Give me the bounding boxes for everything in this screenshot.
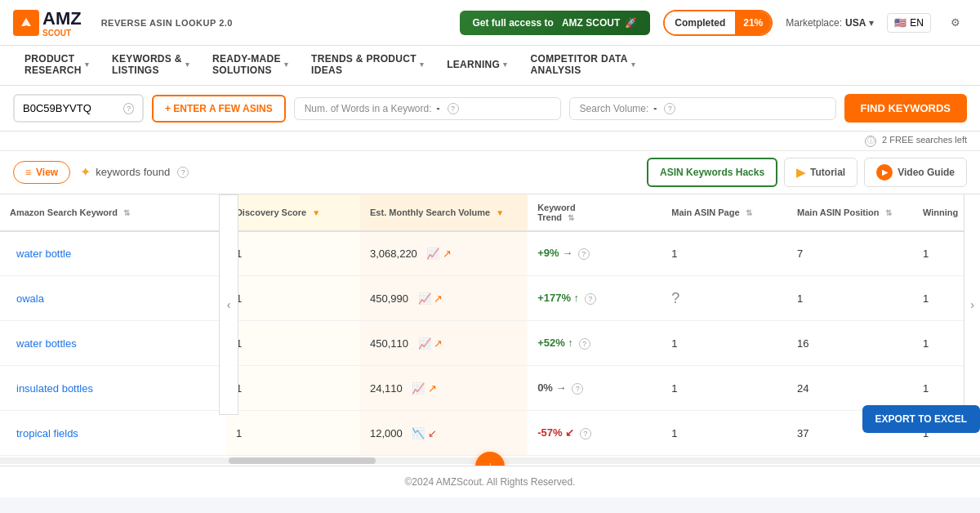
words-filter-label: Num. of Words in a Keyword: bbox=[305, 103, 432, 114]
logo-scout: SCOUT bbox=[42, 29, 82, 38]
flag-icon: 🇺🇸 bbox=[894, 17, 906, 29]
search-vol-cell: 12,000 📉 ↙ bbox=[360, 411, 528, 456]
trend-info-icon[interactable]: ? bbox=[585, 293, 596, 305]
get-access-button[interactable]: Get full access to AMZ SCOUT 🚀 bbox=[460, 11, 651, 35]
language-button[interactable]: 🇺🇸 EN bbox=[887, 13, 931, 33]
discovery-cell: 1 bbox=[226, 276, 360, 321]
asin-input[interactable] bbox=[23, 102, 121, 114]
nav-keywords-listings[interactable]: KEYWORDS &LISTINGS ▾ bbox=[100, 46, 201, 85]
words-filter-info[interactable]: ? bbox=[448, 103, 459, 114]
logo: AMZ SCOUT bbox=[13, 8, 82, 38]
chevron-down-icon: ▾ bbox=[503, 60, 507, 69]
enter-asins-button[interactable]: + ENTER A FEW ASINS bbox=[152, 95, 286, 123]
keyword-link[interactable]: water bottle bbox=[16, 248, 71, 260]
settings-icon[interactable]: ⚙ bbox=[944, 11, 967, 34]
asin-page-cell: 1 bbox=[662, 366, 787, 411]
search-vol-cell: 450,110 📈 ↗ bbox=[360, 321, 528, 366]
export-to-excel-button[interactable]: EXPORT TO EXCEL bbox=[862, 405, 980, 433]
view-button[interactable]: ≡ View bbox=[13, 161, 70, 184]
nav-product-research[interactable]: PRODUCTRESEARCH ▾ bbox=[13, 46, 100, 85]
words-filter-value: - bbox=[437, 103, 440, 114]
asin-info-icon[interactable]: ? bbox=[123, 103, 134, 114]
keyword-link[interactable]: water bottles bbox=[16, 337, 77, 350]
completed-pct: 21% bbox=[735, 11, 771, 34]
table-nav-right[interactable]: › bbox=[964, 194, 980, 416]
keyword-link[interactable]: insulated bottles bbox=[16, 382, 93, 395]
trend-info-icon[interactable]: ? bbox=[578, 248, 590, 260]
asin-keywords-hacks-button[interactable]: ASIN Keywords Hacks bbox=[647, 158, 777, 187]
view-label: View bbox=[36, 167, 58, 178]
search-vol-filter: Search Volume: - ? bbox=[569, 97, 836, 120]
keywords-table-container: ‹ › Amazon Search Keyword ⇅ Discovery Sc… bbox=[0, 194, 980, 466]
asin-pos-cell: 7 bbox=[787, 231, 913, 276]
table-row: insulated bottles 1 24,110 📈 ↗ 0% → ? 1 … bbox=[0, 366, 980, 411]
video-guide-button[interactable]: ▶ Video Guide bbox=[864, 158, 967, 187]
asin-pos-cell: 24 bbox=[787, 366, 913, 411]
marketplace-value[interactable]: USA bbox=[845, 17, 866, 29]
keywords-info-icon[interactable]: ? bbox=[177, 167, 189, 178]
nav-competitor-data[interactable]: COMPETITOR DATAANALYSIS ▾ bbox=[519, 46, 647, 85]
trend-cell: +52% ↑ ? bbox=[528, 321, 662, 366]
nav-trends-product[interactable]: TRENDS & PRODUCTIDEAS ▾ bbox=[300, 46, 435, 85]
asin-pos-cell: 16 bbox=[787, 321, 913, 366]
trend-cell: +9% → ? bbox=[528, 231, 662, 276]
tutorial-button[interactable]: ▶ Tutorial bbox=[784, 158, 858, 187]
table-nav-left[interactable]: ‹ bbox=[219, 194, 238, 416]
tutorial-icon: ▶ bbox=[796, 166, 805, 179]
keyword-cell: water bottle bbox=[0, 231, 226, 276]
col-header-asin-page[interactable]: Main ASIN Page ⇅ bbox=[662, 194, 787, 231]
trend-cell: 0% → ? bbox=[528, 366, 662, 411]
chevron-down-icon: ▾ bbox=[631, 60, 635, 69]
search-vol-cell: 450,990 📈 ↗ bbox=[360, 276, 528, 321]
search-toolbar: ? + ENTER A FEW ASINS Num. of Words in a… bbox=[0, 86, 980, 132]
search-vol-label: Search Volume: bbox=[580, 103, 649, 114]
col-header-asin-pos[interactable]: Main ASIN Position ⇅ bbox=[787, 194, 913, 231]
table-row: water bottles 1 450,110 📈 ↗ +52% ↑ ? 1 1… bbox=[0, 321, 980, 366]
results-toolbar: ≡ View ✦ keywords found ? ASIN Keywords … bbox=[0, 151, 980, 194]
search-vol-value: - bbox=[653, 103, 657, 114]
completed-label: Completed bbox=[665, 11, 735, 34]
play-icon: ▶ bbox=[876, 164, 893, 181]
table-row: owala 1 450,990 📈 ↗ +177% ↑ ? ? 1 1 bbox=[0, 276, 980, 321]
tool-label: REVERSE ASIN LOOKUP 2.0 bbox=[101, 18, 233, 28]
find-keywords-button[interactable]: FIND KEYWORDS bbox=[844, 94, 968, 123]
free-searches-text: 2 FREE searches left bbox=[882, 135, 967, 145]
sort-desc-icon: ▼ bbox=[496, 208, 504, 217]
keyword-link[interactable]: tropical fields bbox=[16, 427, 78, 439]
nav-learning[interactable]: LEARNING ▾ bbox=[435, 46, 519, 85]
keyword-link[interactable]: owala bbox=[16, 292, 44, 305]
trend-info-icon[interactable]: ? bbox=[580, 428, 591, 439]
search-vol-info[interactable]: ? bbox=[664, 103, 675, 114]
col-header-search-vol[interactable]: Est. Monthly Search Volume ▼ bbox=[360, 194, 528, 231]
scrollbar-thumb[interactable] bbox=[229, 457, 376, 464]
table-row: tropical fields 1 12,000 📉 ↙ -57% ↙ ? 1 … bbox=[0, 411, 980, 456]
asin-page-cell: 1 bbox=[662, 231, 787, 276]
trend-info-icon[interactable]: ? bbox=[579, 338, 590, 350]
trend-info-icon[interactable]: ? bbox=[572, 383, 583, 395]
discovery-cell: 1 bbox=[226, 366, 360, 411]
col-header-discovery[interactable]: Discovery Score ▼ bbox=[226, 194, 360, 231]
footer-text: ©2024 AMZScout. All Rights Reserved. bbox=[405, 476, 576, 488]
free-searches-info-icon[interactable]: ⓘ bbox=[865, 136, 876, 147]
col-header-trend[interactable]: KeywordTrend ⇅ bbox=[528, 194, 662, 231]
trend-chart-icon: 📈 ↗ bbox=[412, 382, 437, 395]
header: AMZ SCOUT REVERSE ASIN LOOKUP 2.0 Get fu… bbox=[0, 0, 980, 46]
trend-cell: +177% ↑ ? bbox=[528, 276, 662, 321]
discovery-cell: 1 bbox=[226, 231, 360, 276]
keyword-cell: water bottles bbox=[0, 321, 226, 366]
completed-pill: Completed 21% bbox=[663, 10, 773, 36]
view-icon: ≡ bbox=[25, 167, 31, 178]
dropdown-icon[interactable]: ▾ bbox=[869, 17, 874, 29]
footer: ©2024 AMZScout. All Rights Reserved. bbox=[0, 466, 980, 497]
logo-amz: AMZ bbox=[42, 8, 82, 29]
sort-icon: ⇅ bbox=[885, 208, 892, 217]
chevron-down-icon: ▾ bbox=[420, 60, 424, 69]
col-header-keyword[interactable]: Amazon Search Keyword ⇅ bbox=[0, 194, 226, 231]
marketplace: Marketplace: USA ▾ bbox=[786, 17, 874, 29]
action-buttons: ASIN Keywords Hacks ▶ Tutorial ▶ Video G… bbox=[647, 158, 967, 187]
chevron-down-icon: ▾ bbox=[284, 60, 288, 69]
sort-desc-icon: ▼ bbox=[312, 208, 320, 217]
nav-ready-made[interactable]: READY-MADESOLUTIONS ▾ bbox=[201, 46, 300, 85]
asin-page-cell: 1 bbox=[662, 411, 787, 456]
keyword-cell: owala bbox=[0, 276, 226, 321]
